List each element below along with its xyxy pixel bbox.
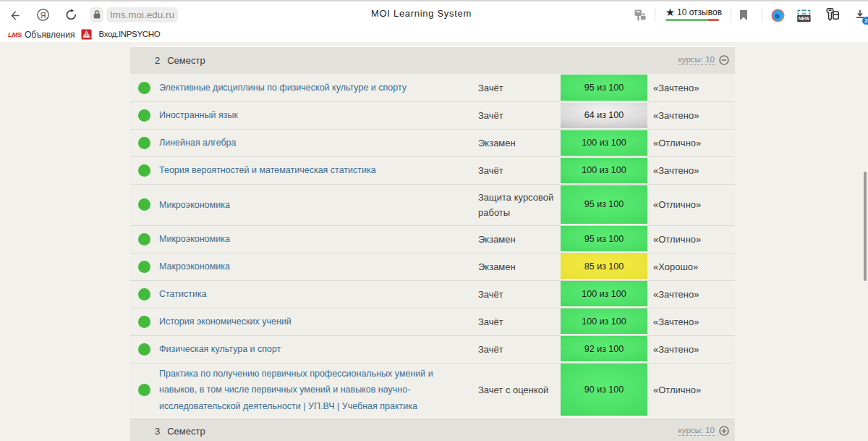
svg-text:Я: Я bbox=[41, 10, 46, 19]
svg-text:NEW: NEW bbox=[799, 16, 810, 21]
